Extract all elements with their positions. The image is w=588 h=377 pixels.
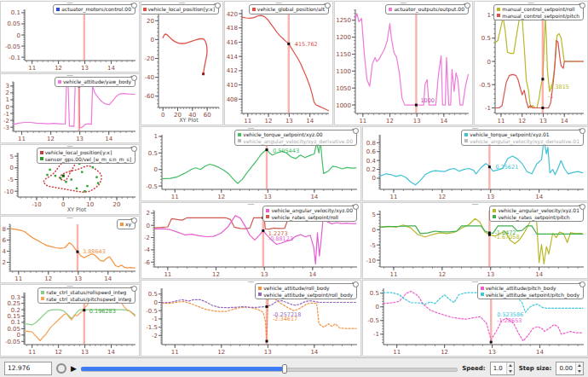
legend-item[interactable]: actuator_motors/control.00 — [56, 6, 131, 13]
legend-item[interactable]: vehicle_attitude_setpoint/roll_body — [258, 292, 353, 299]
legend-toggle-circle[interactable] — [579, 204, 585, 210]
speed-spinbox[interactable]: 1.0 — [490, 362, 515, 375]
legend-toggle-circle[interactable] — [215, 3, 221, 9]
plot-local-position-xy-trajectory[interactable]: 0204060200-20-40-60XY Plot—✕vehicle_loca… — [141, 1, 223, 125]
plot-drag-handle[interactable]: — — [66, 216, 73, 222]
plot-drag-handle[interactable]: — — [248, 202, 255, 208]
plot-global-position-alt[interactable]: 11121314420418416414412410408415.762—✕ve… — [224, 1, 333, 125]
legend-item[interactable]: xy — [120, 221, 131, 228]
play-button[interactable]: ▶ — [71, 364, 77, 373]
up-arrow-icon[interactable] — [578, 364, 581, 367]
plot-attitude-pitch[interactable]: 111213140.50-0.5-10.523586-1.28653—✕vehi… — [362, 280, 588, 357]
svg-text:-6: -6 — [144, 259, 151, 266]
slider-handle[interactable] — [282, 364, 287, 374]
legend-toggle-circle[interactable] — [131, 218, 137, 223]
plotjuggler-window: 111213140.10.050-0.05-0.1—✕actuator_moto… — [0, 0, 588, 377]
plot-angular-velocity-pitch[interactable]: 1112131450-5-10-1.0472-1.67058—✕vehicle_… — [362, 202, 588, 279]
plot-torque-setpoint-x[interactable]: 1112131410.50-0.50.595443—✕vehicle_torqu… — [141, 126, 361, 201]
legend-item[interactable]: manual_control_setpoint/roll — [497, 6, 579, 13]
svg-text:13: 13 — [81, 349, 89, 356]
svg-text:-60: -60 — [145, 93, 154, 100]
legend-item[interactable]: actuator_outputs/output.00 — [389, 6, 464, 13]
plot-angular-velocity-roll[interactable]: 1112131420-2-4-61.2273-0.88123—✕vehicle_… — [141, 202, 361, 279]
legend-item[interactable]: vehicle_global_position/alt — [252, 6, 325, 13]
legend-item[interactable]: vehicle_angular_velocity/xyz_derivative.… — [238, 138, 353, 145]
legend-toggle-circle[interactable] — [131, 146, 137, 152]
svg-text:0: 0 — [487, 59, 491, 66]
plot-drag-handle[interactable]: — — [472, 202, 479, 208]
current-time-input[interactable] — [4, 362, 52, 375]
legend-item[interactable]: vehicle_rates_setpoint/roll — [266, 214, 353, 221]
legend-item[interactable]: vehicle_attitude/roll_body — [258, 285, 353, 292]
svg-text:-2: -2 — [144, 235, 150, 241]
legend-item[interactable]: vehicle_local_position[y:x] — [143, 6, 215, 13]
step-spin-arrows[interactable] — [575, 362, 583, 374]
legend-item[interactable]: vehicle_angular_velocity/xyz_derivative.… — [464, 138, 579, 145]
svg-text:11: 11 — [14, 276, 22, 282]
svg-text:11: 11 — [18, 136, 26, 142]
legend-item[interactable]: vehicle_torque_setpoint/xyz.00 — [238, 131, 353, 138]
legend-toggle-circle[interactable] — [579, 281, 585, 287]
legend-toggle-circle[interactable] — [131, 3, 137, 9]
legend-item[interactable]: vehicle_local_position[y:x] — [40, 149, 131, 156]
legend-toggle-circle[interactable] — [131, 75, 137, 81]
legend-item[interactable]: vehicle_attitude_setpoint/pitch_body — [481, 292, 579, 299]
legend-item[interactable]: manual_control_setpoint/pitch — [497, 13, 579, 20]
plot-drag-handle[interactable]: — — [248, 280, 255, 286]
plot-rate-ctrl-status[interactable]: 111213140.30.250.20.150.10.050-0.050.196… — [0, 284, 140, 357]
plot-actuator-outputs[interactable]: 111213141250120011501100105010001000—✕ac… — [334, 1, 473, 125]
plot-xy-distance[interactable]: 1112131486423.88643—✕xy — [0, 216, 140, 283]
legend-item[interactable]: rate_ctrl_status/pitchspeed_integ — [41, 296, 131, 303]
legend-item[interactable]: vehicle_torque_setpoint/xyz.01 — [464, 131, 579, 138]
plot-attitude-roll[interactable]: 111213140.50-0.5-1-1.5-2-0.257218-2.3461… — [141, 280, 361, 357]
svg-text:0.196283: 0.196283 — [89, 308, 116, 315]
plot-torque-setpoint-y[interactable]: 111213140.80.60.40.200.25621—✕vehicle_to… — [362, 126, 588, 201]
step-size-spinbox[interactable]: 0.00 — [556, 362, 584, 375]
plot-legend: actuator_outputs/output.00 — [385, 4, 469, 14]
legend-toggle-circle[interactable] — [464, 3, 470, 9]
svg-text:13: 13 — [488, 349, 496, 356]
legend-toggle-circle[interactable] — [325, 3, 331, 9]
svg-text:414: 414 — [227, 54, 239, 61]
legend-toggle-circle[interactable] — [353, 204, 359, 210]
legend-item[interactable]: vehicle_attitude/yaw_body — [58, 78, 131, 85]
svg-text:0: 0 — [147, 223, 150, 229]
timeline-slider[interactable] — [81, 362, 458, 374]
down-arrow-icon[interactable] — [578, 370, 581, 373]
legend-item[interactable]: vehicle_rates_setpoint/pitch — [493, 214, 579, 221]
speed-label: Speed: — [462, 365, 485, 372]
legend-color-swatch — [481, 287, 484, 290]
legend-color-swatch — [258, 293, 262, 296]
loop-icon[interactable] — [56, 363, 66, 374]
up-arrow-icon[interactable] — [509, 364, 512, 367]
legend-item[interactable]: vehicle_angular_velocity/xyz.00 — [266, 207, 353, 214]
legend-item[interactable]: vehicle_angular_velocity/xyz.01 — [493, 207, 579, 214]
svg-text:-4: -4 — [144, 246, 151, 253]
legend-toggle-circle[interactable] — [579, 3, 585, 9]
svg-text:XY Plot: XY Plot — [179, 117, 199, 124]
legend-toggle-circle[interactable] — [353, 128, 359, 134]
svg-text:-1: -1 — [3, 111, 9, 118]
legend-item[interactable]: sensor_gps.00/vel_[e_m_s:n_m_s] — [40, 156, 131, 163]
down-arrow-icon[interactable] — [509, 370, 512, 373]
svg-text:13: 13 — [76, 136, 84, 142]
plot-actuator-motors-control[interactable]: 111213140.10.050-0.05-0.1—✕actuator_moto… — [0, 1, 140, 72]
svg-text:0: 0 — [17, 32, 20, 39]
svg-text:415.762: 415.762 — [295, 41, 318, 48]
legend-toggle-circle[interactable] — [579, 128, 585, 134]
plot-local-position-xy[interactable]: -100102050-5-10XY Plot—✕vehicle_local_po… — [0, 144, 140, 215]
svg-text:0: 0 — [151, 37, 154, 44]
legend-toggle-circle[interactable] — [353, 281, 359, 287]
legend-item[interactable]: vehicle_attitude/pitch_body — [481, 285, 579, 292]
plot-vehicle-attitude-yaw[interactable]: 111213143210-1-2-3—✕vehicle_attitude/yaw… — [0, 73, 140, 143]
svg-text:1000: 1000 — [336, 102, 351, 109]
svg-text:3: 3 — [6, 83, 9, 90]
legend-toggle-circle[interactable] — [131, 286, 137, 292]
play-icon: ▶ — [71, 364, 77, 373]
svg-text:11: 11 — [28, 349, 36, 356]
svg-text:0.5: 0.5 — [148, 291, 158, 298]
plot-manual-control-setpoint[interactable]: 1112131410.50-0.5-1-0.3815-1—✕manual_con… — [474, 1, 588, 125]
legend-item[interactable]: rate_ctrl_status/rollspeed_integ — [41, 289, 131, 296]
speed-spin-arrows[interactable] — [506, 362, 514, 374]
svg-text:20: 20 — [113, 201, 121, 208]
